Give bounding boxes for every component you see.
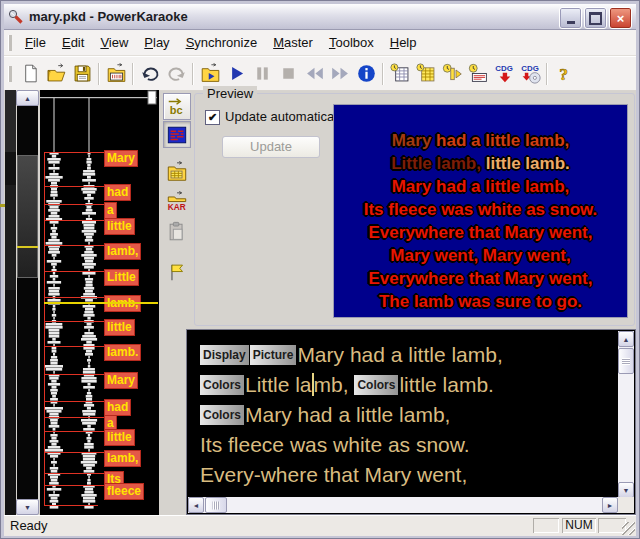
help-button[interactable]: ? bbox=[551, 61, 577, 87]
word-label[interactable]: lamb, bbox=[104, 243, 141, 260]
menu-item-toolbox[interactable]: Toolbox bbox=[321, 31, 382, 55]
scroll-down-button[interactable]: ▼ bbox=[16, 499, 39, 515]
word-label[interactable]: a bbox=[104, 202, 117, 219]
word-label[interactable]: little bbox=[104, 319, 135, 336]
word-label[interactable]: Mary bbox=[104, 372, 138, 389]
lyric-segment: Mary bbox=[392, 131, 436, 150]
save-file-button[interactable] bbox=[69, 61, 95, 87]
preview-text-line: Mary went, Mary went, bbox=[334, 244, 627, 267]
horizontal-scrollbar-thumb[interactable] bbox=[205, 497, 227, 513]
word-label[interactable]: Little bbox=[104, 269, 139, 286]
word-boundary-line bbox=[44, 204, 106, 205]
tag-display[interactable]: Display bbox=[200, 345, 249, 365]
scroll-down-button[interactable]: ▼ bbox=[618, 482, 634, 498]
window-title: mary.pkd - PowerKaraoke bbox=[29, 9, 188, 24]
word-label[interactable]: lamb, bbox=[104, 450, 141, 467]
word-label[interactable]: Mary bbox=[104, 150, 138, 167]
menu-item-help[interactable]: Help bbox=[382, 31, 425, 55]
menu-item-play[interactable]: Play bbox=[136, 31, 177, 55]
word-boundary-line bbox=[44, 401, 106, 402]
tag-colors[interactable]: Colors bbox=[354, 375, 398, 395]
resize-grip[interactable] bbox=[622, 522, 635, 535]
scroll-left-button[interactable]: ◄ bbox=[188, 497, 204, 513]
play-button[interactable] bbox=[223, 61, 249, 87]
maximize-icon bbox=[589, 12, 602, 25]
vertical-scrollbar-thumb[interactable] bbox=[618, 348, 634, 374]
title-bar[interactable]: mary.pkd - PowerKaraoke × bbox=[4, 4, 636, 30]
editor-text: Every-where that Mary went, bbox=[200, 463, 467, 486]
tag-picture[interactable]: Picture bbox=[250, 345, 297, 365]
lyric-segment: Its fleece was white as snow. bbox=[364, 200, 598, 219]
marker-flag-button[interactable] bbox=[163, 258, 191, 285]
current-position-line bbox=[44, 302, 158, 304]
track-scrollbar-thumb[interactable] bbox=[17, 155, 38, 278]
open-song-button[interactable] bbox=[197, 61, 223, 87]
synchronize-words-button[interactable] bbox=[413, 61, 439, 87]
synchronize-edit-button[interactable] bbox=[465, 61, 491, 87]
word-label[interactable]: had bbox=[104, 184, 131, 201]
toolbar-separator bbox=[98, 63, 100, 85]
preview-text-line: Everywhere that Mary went, bbox=[334, 221, 627, 244]
menu-gripper[interactable] bbox=[8, 35, 12, 51]
scroll-up-button[interactable]: ▲ bbox=[16, 90, 39, 106]
menu-item-master[interactable]: Master bbox=[265, 31, 321, 55]
open-file-button[interactable] bbox=[43, 61, 69, 87]
menu-item-synchronize[interactable]: Synchronize bbox=[178, 31, 266, 55]
toolbar-separator bbox=[546, 63, 548, 85]
update-automatically-checkbox[interactable]: ✔ bbox=[205, 110, 220, 125]
lyrics-editor: DisplayPictureMary had a little lamb,Col… bbox=[186, 329, 636, 515]
lyrics-editor-text[interactable]: DisplayPictureMary had a little lamb,Col… bbox=[188, 331, 618, 509]
lyric-segment: Everywhere that Mary went, bbox=[369, 269, 593, 288]
editor-horizontal-scrollbar[interactable]: ◄ ► bbox=[188, 497, 619, 513]
lyric-segment: The lamb was sure to go. bbox=[379, 292, 582, 311]
close-button[interactable]: × bbox=[609, 7, 632, 29]
svg-text:bc: bc bbox=[170, 104, 183, 116]
word-boundary-line bbox=[44, 186, 106, 187]
scroll-right-button[interactable]: ► bbox=[602, 497, 618, 513]
lyrics-text-mode-button[interactable]: bc bbox=[163, 93, 191, 120]
preview-lyrics: Mary had a little lamb,Little lamb, litt… bbox=[334, 129, 627, 313]
menu-item-file[interactable]: File bbox=[17, 31, 54, 55]
editor-line: Every-where that Mary went, bbox=[200, 463, 618, 493]
maximize-button[interactable] bbox=[584, 7, 607, 29]
export-cdg-button[interactable]: CDG bbox=[491, 61, 517, 87]
editor-text: Little la bbox=[245, 373, 312, 396]
scroll-up-button[interactable]: ▲ bbox=[618, 331, 634, 347]
burn-cdg-button[interactable]: CDG bbox=[517, 61, 543, 87]
export-kar-button[interactable]: KAR bbox=[163, 188, 191, 215]
num-lock-indicator: NUM bbox=[562, 518, 596, 533]
rewind-button bbox=[301, 61, 327, 87]
word-label[interactable]: fleece bbox=[104, 483, 144, 500]
open-layer-button[interactable] bbox=[163, 158, 191, 185]
word-boundary-line bbox=[44, 346, 106, 347]
editor-vertical-scrollbar[interactable]: ▲ ▼ bbox=[618, 331, 634, 498]
word-boundary-line bbox=[44, 245, 106, 246]
word-label[interactable]: little bbox=[104, 218, 135, 235]
undo-button[interactable] bbox=[137, 61, 163, 87]
preview-mode-button[interactable] bbox=[163, 121, 191, 148]
fast-forward-button bbox=[327, 61, 353, 87]
minimize-button[interactable] bbox=[559, 7, 582, 29]
synchronize-playback-button[interactable] bbox=[439, 61, 465, 87]
waveform-track-panel[interactable]: Maryhadalittlelamb,Littlelamb,littlelamb… bbox=[40, 90, 159, 515]
menu-item-edit[interactable]: Edit bbox=[54, 31, 92, 55]
pause-button bbox=[249, 61, 275, 87]
open-midi-button[interactable] bbox=[103, 61, 129, 87]
word-label[interactable]: lamb. bbox=[104, 344, 141, 361]
word-label[interactable]: had bbox=[104, 399, 131, 416]
track-scrollbar[interactable]: ▲ ▼ bbox=[16, 90, 39, 515]
tag-colors[interactable]: Colors bbox=[200, 375, 244, 395]
menu-item-view[interactable]: View bbox=[92, 31, 136, 55]
word-label[interactable]: little bbox=[104, 429, 135, 446]
tag-colors[interactable]: Colors bbox=[200, 405, 244, 425]
thumb-grip bbox=[622, 358, 630, 365]
toolbar-gripper[interactable] bbox=[8, 66, 12, 82]
song-overview-strip[interactable] bbox=[5, 90, 16, 515]
editor-line: ColorsLittle lamb, Colorslittle lamb. bbox=[200, 373, 618, 403]
track-scrollbar-track[interactable] bbox=[17, 106, 38, 499]
new-file-button[interactable] bbox=[17, 61, 43, 87]
info-button[interactable] bbox=[353, 61, 379, 87]
update-automatically-label[interactable]: Update automaticaly bbox=[225, 109, 344, 124]
status-pane bbox=[533, 518, 559, 533]
synchronize-table-button[interactable] bbox=[387, 61, 413, 87]
